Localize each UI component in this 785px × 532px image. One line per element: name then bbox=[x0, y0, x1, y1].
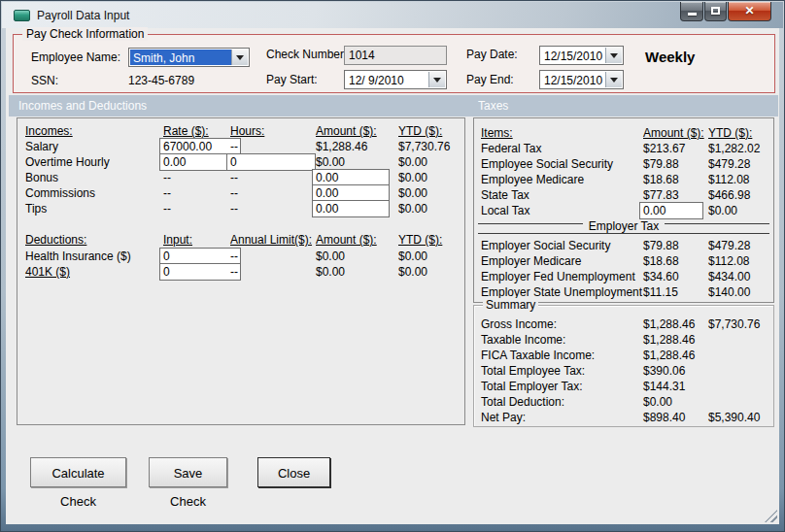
title-bar: Payroll Data Input ✕ bbox=[2, 2, 783, 28]
local-tax-input[interactable] bbox=[639, 202, 703, 219]
tax-row-employee-ss: Employee Social Security $79.88 $479.28 bbox=[474, 157, 773, 173]
tax-ytd: $479.28 bbox=[708, 239, 750, 252]
tax-name: Employee Medicare bbox=[481, 173, 584, 186]
tax-row-federal: Federal Tax $213.67 $1,282.02 bbox=[474, 142, 773, 157]
resize-grip-icon[interactable] bbox=[765, 510, 777, 522]
income-ytd: $7,730.76 bbox=[398, 140, 450, 153]
deduction-row-401k: 401K ($) -- $0.00 $0.00 bbox=[17, 265, 464, 281]
paycheck-info-group-label: Pay Check Information bbox=[22, 27, 148, 41]
summary-amount: $390.06 bbox=[643, 364, 685, 378]
dialog-client-area: Pay Check Information Employee Name: Smi… bbox=[6, 28, 779, 524]
minimize-button[interactable] bbox=[680, 2, 703, 21]
amount-column-header: Amount ($): bbox=[316, 233, 377, 247]
tax-ytd: $479.28 bbox=[708, 157, 750, 171]
income-amount: $0.00 bbox=[316, 155, 345, 169]
income-name: Bonus bbox=[25, 171, 58, 184]
chevron-down-icon[interactable] bbox=[605, 48, 622, 63]
summary-name: FICA Taxable Income: bbox=[481, 349, 595, 362]
tax-name: Employer Social Security bbox=[481, 239, 610, 252]
income-amount: $1,288.46 bbox=[316, 140, 367, 153]
tax-name: Employer State Unemployment bbox=[481, 285, 642, 299]
close-dialog-button[interactable]: Close bbox=[257, 457, 330, 487]
pay-date-datepicker[interactable]: 12/15/2010 bbox=[539, 46, 624, 65]
pay-start-label: Pay Start: bbox=[266, 73, 318, 86]
summary-row-taxable: Taxable Income: $1,288.46 bbox=[474, 333, 773, 349]
summary-amount: $1,288.46 bbox=[643, 333, 695, 347]
close-button[interactable]: ✕ bbox=[728, 2, 771, 21]
income-rate: -- bbox=[163, 202, 171, 216]
tax-row-state: State Tax $77.83 $466.98 bbox=[474, 188, 773, 204]
ssn-label: SSN: bbox=[31, 74, 58, 87]
summary-amount: $0.00 bbox=[643, 395, 672, 409]
summary-name: Gross Income: bbox=[481, 317, 557, 331]
chevron-down-icon[interactable] bbox=[231, 50, 248, 65]
employer-tax-label: Employer Tax bbox=[583, 219, 665, 233]
summary-amount: $144.31 bbox=[643, 380, 685, 393]
amount-column-header: Amount ($): bbox=[316, 124, 377, 138]
tax-name: Employee Social Security bbox=[481, 157, 613, 171]
pay-end-datepicker[interactable]: 12/15/2010 bbox=[539, 70, 624, 89]
pay-start-datepicker[interactable]: 12/ 9/2010 bbox=[344, 70, 447, 89]
annual-limit-column-header: Annual Limit($): bbox=[230, 233, 312, 247]
deduction-401k-link[interactable]: 401K ($) bbox=[25, 265, 70, 279]
section-taxes-label: Taxes bbox=[478, 99, 508, 113]
summary-name: Total Deduction: bbox=[481, 395, 564, 409]
tips-amount-input[interactable] bbox=[312, 200, 390, 217]
deduction-ytd: $0.00 bbox=[398, 265, 427, 279]
deduction-amount: $0.00 bbox=[316, 249, 345, 263]
tax-name: Employer Fed Unemployment bbox=[481, 270, 635, 283]
income-rate: -- bbox=[163, 171, 171, 184]
income-name: Tips bbox=[25, 202, 47, 216]
summary-amount: $898.40 bbox=[643, 411, 685, 424]
rate-column-header: Rate ($): bbox=[163, 124, 209, 138]
deductions-header-row: Deductions: Input: Annual Limit($): Amou… bbox=[17, 233, 464, 249]
window-frame: Payroll Data Input ✕ Pay Check Informati… bbox=[0, 0, 785, 532]
income-ytd: $0.00 bbox=[398, 155, 427, 169]
calculate-check-button[interactable]: Calculate Check bbox=[30, 457, 126, 487]
pay-frequency-badge: Weekly bbox=[645, 49, 695, 65]
summary-row-gross: Gross Income: $1,288.46 $7,730.76 bbox=[474, 317, 773, 333]
tax-name: Employer Medicare bbox=[481, 254, 581, 268]
income-name: Salary bbox=[25, 140, 58, 153]
summary-amount: $1,288.46 bbox=[643, 349, 695, 362]
overtime-hours-input[interactable] bbox=[226, 153, 316, 171]
tax-ytd: $140.00 bbox=[708, 285, 750, 299]
chevron-down-icon[interactable] bbox=[428, 72, 445, 87]
check-number-field[interactable]: 1014 bbox=[344, 46, 447, 65]
income-hours: -- bbox=[230, 140, 238, 153]
ytd-column-header: YTD ($): bbox=[708, 126, 752, 140]
ytd-column-header: YTD ($): bbox=[398, 124, 442, 138]
window-title: Payroll Data Input bbox=[37, 9, 129, 22]
tax-amount: $11.15 bbox=[643, 285, 678, 299]
income-rate: -- bbox=[163, 186, 171, 200]
tax-ytd: $1,282.02 bbox=[708, 142, 760, 155]
summary-name: Taxable Income: bbox=[481, 333, 565, 347]
summary-row-net-pay: Net Pay: $898.40 $5,390.40 bbox=[474, 411, 773, 426]
ytd-column-header: YTD ($): bbox=[398, 233, 442, 247]
summary-row-deduction: Total Deduction: $0.00 bbox=[474, 395, 773, 411]
summary-name: Total Employer Tax: bbox=[481, 380, 583, 393]
paycheck-info-group: Pay Check Information Employee Name: Smi… bbox=[13, 34, 775, 93]
summary-row-employee-tax: Total Employee Tax: $390.06 bbox=[474, 364, 773, 380]
tax-row-employer-ss: Employer Social Security $79.88 $479.28 bbox=[474, 239, 773, 254]
tax-amount: $34.60 bbox=[643, 270, 679, 283]
tax-name: Federal Tax bbox=[481, 142, 541, 155]
summary-row-fica: FICA Taxable Income: $1,288.46 bbox=[474, 349, 773, 364]
employee-name-label: Employee Name: bbox=[31, 50, 120, 64]
tax-amount: $18.68 bbox=[643, 254, 679, 268]
employee-name-value: Smith, John bbox=[130, 50, 231, 65]
income-row-bonus: Bonus -- -- $0.00 bbox=[17, 171, 464, 186]
minimize-icon bbox=[688, 13, 697, 16]
income-name: Overtime Hourly bbox=[25, 155, 110, 169]
close-icon: ✕ bbox=[729, 4, 770, 17]
chevron-down-icon[interactable] bbox=[605, 72, 622, 87]
taxes-header-row: Items: Amount ($): YTD ($): bbox=[474, 126, 773, 142]
income-hours: -- bbox=[230, 202, 238, 216]
tax-amount: $79.88 bbox=[643, 157, 679, 171]
save-check-button[interactable]: Save Check bbox=[149, 457, 227, 487]
401k-input[interactable] bbox=[159, 263, 241, 281]
employee-name-combobox[interactable]: Smith, John bbox=[128, 48, 250, 67]
maximize-button[interactable] bbox=[704, 2, 727, 21]
employer-tax-group-header: Employer Tax bbox=[478, 218, 769, 234]
summary-name: Net Pay: bbox=[481, 411, 526, 424]
